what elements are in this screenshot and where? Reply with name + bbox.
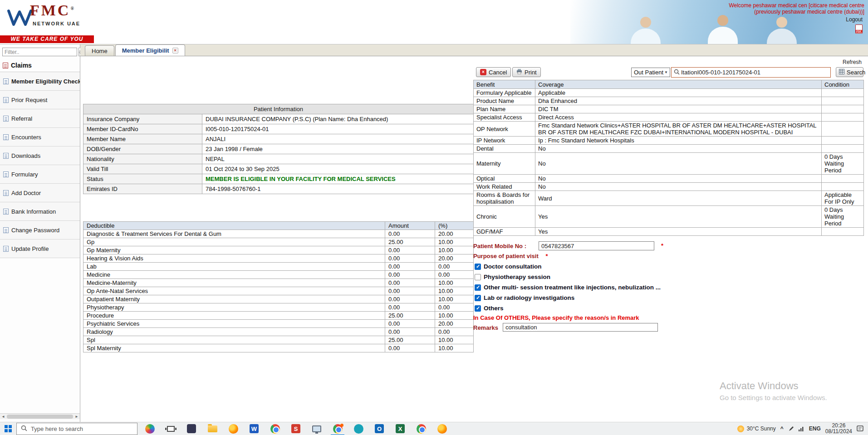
scroll-right-icon[interactable]: ► [74, 415, 80, 419]
purpose-option-physiotherapy-session[interactable]: Physiotherapy session [473, 272, 863, 282]
table-row: Physiotherapy0.000.00 [83, 303, 474, 312]
weather-widget[interactable]: 30°C Sunny [737, 425, 776, 432]
table-cell: No [535, 183, 822, 191]
search-icon [21, 425, 27, 433]
checkbox-icon[interactable] [475, 274, 481, 280]
red-app-icon[interactable]: S [285, 422, 306, 435]
word-icon[interactable]: W [244, 422, 265, 435]
notification-center-icon[interactable] [857, 425, 863, 432]
system-tray: 30°C Sunny ^ ENG 20:26 08/11/2024 [737, 423, 868, 435]
excel-icon[interactable]: X [390, 422, 411, 435]
sidebar-item-downloads[interactable]: Downloads [0, 147, 80, 165]
sidebar-horizontal-scrollbar[interactable]: ◄ ► [0, 413, 80, 419]
taskbar-apps: W S O X [139, 422, 452, 435]
checkbox-icon[interactable] [475, 264, 481, 270]
person-silhouette [765, 17, 798, 44]
task-view-icon[interactable] [160, 422, 181, 435]
sidebar-item-bank-information[interactable]: Bank Information [0, 202, 80, 221]
purpose-option-doctor-consultation[interactable]: Doctor consultation [473, 261, 863, 272]
chrome-icon-2[interactable] [411, 422, 432, 435]
table-cell: Maternity [474, 153, 535, 175]
checkbox-icon[interactable] [475, 295, 481, 301]
teal-app-icon[interactable] [348, 422, 369, 435]
pen-icon[interactable] [788, 426, 794, 432]
eligibility-search-box[interactable] [671, 67, 831, 78]
table-cell: Insurance Company [83, 114, 202, 124]
search-icon [674, 68, 680, 77]
table-cell: ANJALI [202, 134, 474, 144]
sidebar-item-member-eligibility-check[interactable]: Member Eligibility Check [0, 72, 80, 91]
table-cell: 0.00 [385, 263, 435, 271]
eligibility-search-input[interactable] [681, 69, 828, 76]
table-row: DOB/Gender23 Jan 1998 / Female [83, 144, 474, 154]
taskbar: Type here to search W S O X 30°C Sunny ^ [0, 422, 868, 435]
refresh-link[interactable]: Refresh [843, 59, 862, 65]
dark-app-icon[interactable] [181, 422, 202, 435]
table-cell: Work Related [474, 183, 535, 191]
table-cell: IP Network [474, 137, 535, 145]
firefox-icon-2[interactable] [432, 422, 452, 435]
filter-input[interactable] [2, 48, 77, 56]
tab-close-icon[interactable]: × [172, 48, 178, 54]
scroll-left-icon[interactable]: ◄ [0, 415, 6, 419]
table-row: IP NetworkIp : Fmc Standard Network Hosp… [474, 137, 864, 145]
sidebar-item-change-password[interactable]: Change Password [0, 221, 80, 239]
pdf-export-icon[interactable]: PDF [855, 24, 863, 34]
sidebar-item-add-doctor[interactable]: Add Doctor [0, 184, 80, 202]
table-cell: 0.00 [385, 254, 435, 263]
table-cell: DIC TM [535, 105, 822, 113]
file-explorer-icon[interactable] [202, 422, 223, 435]
filter-row: ▾ [0, 44, 80, 59]
news-ball-icon[interactable] [139, 422, 160, 435]
sidebar-item-encounters[interactable]: Encounters [0, 128, 80, 147]
form-icon [3, 116, 9, 122]
table-row: OpticalNo [474, 175, 864, 183]
search-button[interactable]: Search [836, 67, 863, 77]
table-row: Specialist AccessDirect Access [474, 113, 864, 122]
purpose-option-lab-radiology[interactable]: Lab or radiology investigations [473, 293, 863, 303]
start-button[interactable] [0, 422, 16, 435]
outlook-icon[interactable]: O [369, 422, 390, 435]
table-cell: Fmc Standard Network Clinics+ASTER HOSPI… [535, 122, 822, 137]
cancel-button[interactable]: × Cancel [476, 67, 511, 77]
checkbox-icon[interactable] [475, 305, 481, 312]
remarks-input[interactable] [503, 323, 658, 332]
column-header: Benefit [474, 80, 535, 89]
sidebar-item-prior-request[interactable]: Prior Request [0, 91, 80, 109]
visit-type-select[interactable]: Out Patient ▼ [631, 68, 670, 77]
column-header: Amount [385, 222, 435, 230]
taskbar-clock[interactable]: 20:26 08/11/2024 [825, 423, 852, 435]
table-cell: 10.00 [435, 246, 474, 254]
language-indicator[interactable]: ENG [809, 425, 821, 432]
table-cell: Ward [535, 191, 822, 206]
print-button[interactable]: Print [512, 67, 541, 77]
claims-section-header[interactable]: Claims [0, 59, 80, 72]
firefox-icon[interactable] [223, 422, 244, 435]
tray-chevron-icon[interactable]: ^ [780, 425, 784, 432]
table-row: Member ID-CardNoI005-010-120175024-01 [83, 124, 474, 134]
chrome-icon[interactable] [265, 422, 285, 435]
tab-home[interactable]: Home [85, 45, 114, 56]
system-monitor-icon[interactable] [306, 422, 327, 435]
table-cell: 0 Days Waiting Period [822, 206, 864, 228]
table-row: Spl25.0010.00 [83, 336, 474, 344]
mobile-input[interactable] [539, 241, 654, 250]
scrollbar-thumb[interactable] [7, 415, 73, 419]
tab-member-eligibility[interactable]: Member Eligibilit × [115, 44, 185, 56]
purpose-option-other-multi-session[interactable]: Other multi- session treatment like inje… [473, 282, 863, 293]
table-row: Lab0.000.00 [83, 263, 474, 271]
sidebar-item-referral[interactable]: Referral [0, 109, 80, 128]
sidebar-item-update-profile[interactable]: Update Profile [0, 239, 80, 258]
table-cell: 20.00 [435, 254, 474, 263]
network-icon[interactable] [799, 426, 804, 431]
chrome-active-icon[interactable] [327, 422, 348, 435]
table-cell [822, 113, 864, 122]
taskbar-search[interactable]: Type here to search [16, 423, 137, 435]
purpose-option-others[interactable]: Others [473, 303, 863, 313]
table-cell: 0.00 [385, 230, 435, 238]
table-row: Diagnostic & Treatment Services For Dent… [83, 230, 474, 238]
checkbox-icon[interactable] [475, 284, 481, 291]
sidebar-item-formulary[interactable]: Formulary [0, 165, 80, 184]
table-cell: No [535, 175, 822, 183]
logout-link[interactable]: Logout [846, 16, 863, 23]
